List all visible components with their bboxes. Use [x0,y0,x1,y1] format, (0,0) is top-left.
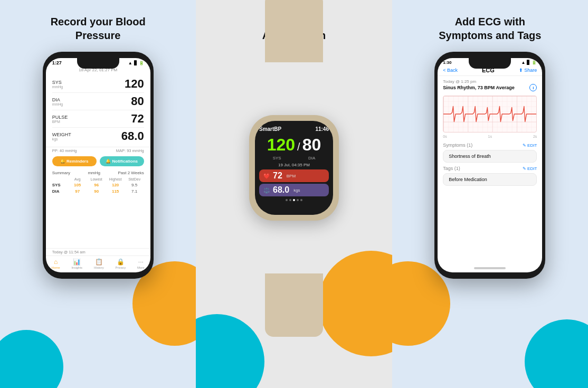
bp-label-dia: DIAmmHg [52,97,63,106]
phone-frame-3: 1:30 ▲▊🔋 < Back ECG ⬆ Share Today @ 1:25… [434,52,545,279]
summary-header: Summary mmHg Past 2 Weeks [52,171,144,175]
watch-weight-unit: kgs [293,188,300,193]
notifications-button[interactable]: 🔔 Notifications [100,156,144,166]
status-time-3: 1:30 [443,60,451,65]
sys-lowest: 96 [87,183,106,187]
watch-dot-2 [289,199,291,201]
nav-share[interactable]: ⬆ Share [519,68,537,73]
summary-title: Summary [52,171,70,175]
watch-sys-label: SYS [273,156,281,160]
scale-icon: ⚖️ [263,187,270,193]
tab-privacy[interactable]: 🔒Privacy [115,258,126,269]
dia-lowest: 90 [87,189,106,194]
bp-label-pulse: PULSEBPM [52,115,68,124]
action-buttons: 🔔 Reminders 🔔 Notifications [46,154,150,168]
symptoms-chip: Shortness of Breath [443,150,537,163]
bp-value-weight: 68.0 [121,129,144,143]
watch-date: 19 Jul, 04:35 PM [259,163,329,167]
ecg-time-0: 0s [443,135,447,138]
summary-row-sys: SYS 105 96 120 9.5 [52,183,144,187]
symptoms-edit[interactable]: ✎ EDIT [523,143,537,148]
symptoms-header: Symptoms (1) ✎ EDIT [438,140,542,149]
tab-insights[interactable]: 📊Insights [71,258,82,269]
nav-back[interactable]: < Back [443,68,458,73]
ecg-chart [443,96,537,133]
tab-bar-1: ⌂Home 📊Insights 📋History 🔒Privacy ···Mor… [46,255,150,272]
summary-table: Avg Lowest Highest StdDev SYS 105 96 120… [52,177,144,194]
bp-value-dia: 80 [131,94,144,108]
watch-body: SmartBP 11:46 120 / 80 SYS DIA 19 Jul, 0… [249,115,339,221]
panel-ecg: Add ECG withSymptoms and Tags 1:30 ▲▊🔋 <… [392,0,588,388]
panel3-title: Add ECG withSymptoms and Tags [439,15,541,42]
bp-extras: PP: 40 mmHg MAP: 93 mmHg [46,147,150,154]
bp-map: MAP: 93 mmHg [116,148,144,153]
bp-row-sys: SYSmmHg 120 [52,75,144,93]
phone-frame-1: 1:27 ▲▊🔋 18 Apr 22, 01:27 PM SYSmmHg 120… [43,52,154,279]
bp-row-dia: DIAmmHg 80 [52,93,144,110]
summary-unit: mmHg [88,171,100,175]
watch-bp-row: 120 / 80 [259,135,329,155]
bp-pp: PP: 40 mmHg [52,148,77,153]
ecg-diagnosis: Sinus Rhythm, 73 BPM Average i [443,84,537,91]
status-time-1: 1:27 [52,60,62,65]
watch-dot-3 [293,199,295,201]
watch-bpm-row: ❤️ 72 BPM [259,169,329,182]
summary-table-header: Avg Lowest Highest StdDev [52,177,144,181]
phone-notch-1 [77,58,119,69]
tab-home[interactable]: ⌂Home [52,258,60,269]
tags-edit[interactable]: ✎ EDIT [523,166,537,171]
ecg-waveform [443,96,536,132]
watch-bpm-unit: BPM [287,174,296,178]
watch-screen: SmartBP 11:46 120 / 80 SYS DIA 19 Jul, 0… [255,121,333,215]
watch-container: SmartBP 11:46 120 / 80 SYS DIA 19 Jul, 0… [241,57,347,279]
panel-apple-watch: Connect toApple Watch SmartBP 11:46 120 … [196,0,392,388]
watch-dia-value: 80 [302,135,321,155]
tags-header: Tags (1) ✎ EDIT [438,164,542,172]
summary-period: Past 2 Weeks [118,171,144,175]
watch-dot-1 [286,199,288,201]
decorative-shape-teal [0,330,63,388]
watch-separator: / [297,141,300,153]
decorative-shape-teal-2 [196,314,264,388]
bp-readings: SYSmmHg 120 DIAmmHg 80 PULSEBPM 72 WEIGH… [46,73,150,147]
bp-row-pulse: PULSEBPM 72 [52,110,144,128]
panel-blood-pressure: Record your BloodPressure 1:27 ▲▊🔋 18 Ap… [0,0,196,388]
watch-time: 11:46 [315,126,329,132]
sys-avg: 105 [68,183,87,187]
ecg-time-labels: 0s 1s 2s [438,135,542,138]
panel1-title: Record your BloodPressure [51,15,146,42]
tags-title: Tags (1) [443,166,460,171]
watch-labels: SYS DIA [259,156,329,160]
summary-section: Summary mmHg Past 2 Weeks Avg Lowest Hig… [46,168,150,248]
ecg-time-2: 2s [533,135,537,138]
dia-highest: 115 [106,189,125,194]
info-icon[interactable]: i [529,84,537,91]
watch-band-bottom [265,273,323,337]
tab-more[interactable]: ···More [137,258,145,269]
reminders-button[interactable]: 🔔 Reminders [52,156,97,166]
dia-stddev: 7.1 [125,189,144,194]
sys-stddev: 9.5 [125,183,144,187]
watch-dots [259,199,329,201]
watch-dot-5 [300,199,302,201]
summary-row-dia: DIA 97 90 115 7.1 [52,189,144,194]
phone-notch-3 [469,58,511,69]
tags-chip: Before Medication [443,173,537,186]
watch-weight-row: ⚖️ 68.0 kgs [259,184,329,196]
watch-bpm-value: 72 [273,171,282,181]
watch-header: SmartBP 11:46 [259,126,329,132]
symptoms-title: Symptoms (1) [443,143,472,148]
status-icons-1: ▲▊🔋 [128,61,144,65]
ecg-info: Today @ 1:25 pm Sinus Rhythm, 73 BPM Ave… [438,76,542,93]
watch-weight-value: 68.0 [273,185,289,195]
bp-label-sys: SYSmmHg [52,80,63,89]
bp-row-weight: WEIGHTkgs 68.0 [52,128,144,145]
decorative-shape-teal-3 [525,319,588,388]
ecg-timestamp: Today @ 1:25 pm [443,79,537,84]
watch-band-top [265,0,323,62]
tab-history[interactable]: 📋History [94,258,104,269]
phone-screen-1: 1:27 ▲▊🔋 18 Apr 22, 01:27 PM SYSmmHg 120… [46,58,150,272]
heart-icon: ❤️ [263,173,270,179]
watch-app-name: SmartBP [259,126,281,132]
ecg-diagnosis-text: Sinus Rhythm, 73 BPM Average [443,85,514,90]
